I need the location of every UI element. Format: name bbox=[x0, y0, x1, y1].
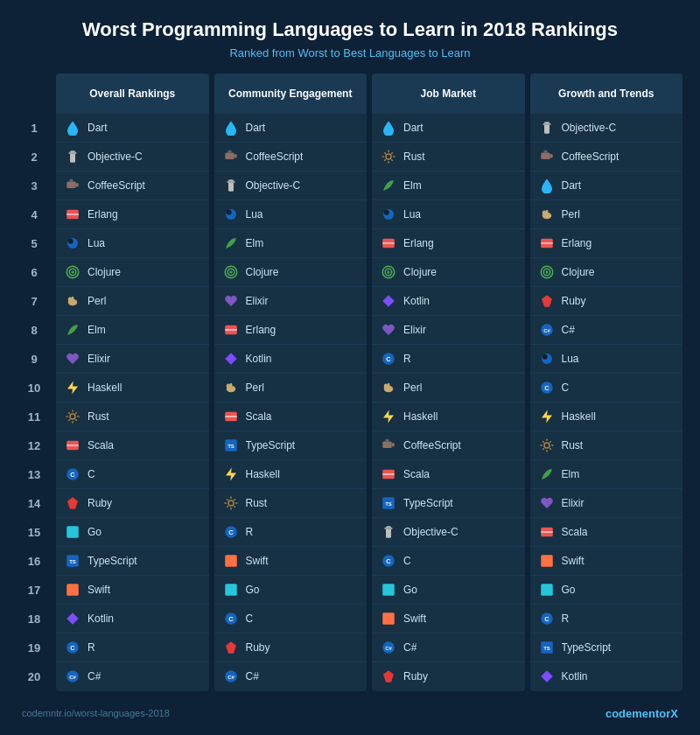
lang-name: Dart bbox=[246, 122, 266, 134]
lang-name: TypeScript bbox=[88, 555, 137, 567]
svg-text:C: C bbox=[70, 644, 75, 652]
scala-icon bbox=[379, 465, 398, 484]
lang-name: TypeScript bbox=[246, 439, 296, 452]
lang-name: Lua bbox=[246, 208, 263, 220]
svg-point-52 bbox=[228, 500, 234, 506]
elm-icon bbox=[221, 234, 241, 253]
svg-marker-92 bbox=[383, 670, 394, 682]
lang-name: C bbox=[403, 555, 411, 567]
svg-text:TS: TS bbox=[228, 444, 234, 449]
coffeescript-icon bbox=[537, 147, 556, 166]
coffeescript-icon bbox=[221, 147, 241, 166]
svg-marker-76 bbox=[383, 410, 394, 423]
objectivec-icon bbox=[379, 522, 398, 542]
svg-text:C: C bbox=[544, 615, 550, 623]
svg-point-11 bbox=[72, 270, 74, 273]
svg-rect-25 bbox=[66, 584, 79, 596]
lang-name: Kotlin bbox=[562, 670, 588, 682]
subtitle: Ranked from Worst to Best Languages to L… bbox=[18, 46, 682, 60]
svg-marker-43 bbox=[225, 353, 237, 365]
lang-name: Rust bbox=[562, 439, 584, 452]
lang-name: Ruby bbox=[403, 670, 428, 682]
lang-name: R bbox=[403, 353, 411, 365]
c-icon: C bbox=[537, 378, 556, 397]
clojure-icon bbox=[537, 262, 556, 282]
lang-name: Perl bbox=[562, 208, 580, 220]
table-row: CR bbox=[56, 634, 209, 662]
haskell-icon bbox=[63, 378, 82, 397]
svg-point-33 bbox=[228, 150, 232, 152]
svg-text:C: C bbox=[386, 557, 391, 565]
c-icon: C# bbox=[221, 667, 241, 686]
table-row: Objective-C bbox=[214, 172, 368, 200]
table-row: Swift bbox=[214, 547, 368, 576]
row-number-9: 9 bbox=[18, 345, 51, 374]
svg-point-69 bbox=[388, 270, 390, 273]
footer-brand: codementorX bbox=[606, 707, 678, 720]
lang-name: Dart bbox=[88, 122, 108, 134]
svg-marker-15 bbox=[67, 381, 78, 394]
svg-marker-70 bbox=[382, 295, 395, 307]
svg-text:C#: C# bbox=[385, 646, 392, 651]
table-row: Dart bbox=[56, 114, 209, 143]
table-row: Go bbox=[530, 576, 683, 605]
table-row: Scala bbox=[530, 518, 683, 547]
table-row: Ruby bbox=[372, 662, 525, 691]
footer-url: codemntr.io/worst-languages-2018 bbox=[22, 708, 170, 718]
table-row: CR bbox=[530, 605, 683, 634]
perl-icon bbox=[63, 291, 82, 311]
table-row: Elm bbox=[372, 172, 525, 200]
lang-name: Scala bbox=[246, 410, 272, 423]
col-body-0: DartObjective-CCoffeeScriptErlangLuaCloj… bbox=[56, 114, 209, 691]
table-row: Rust bbox=[530, 431, 683, 460]
svg-marker-123 bbox=[541, 670, 553, 682]
svg-point-40 bbox=[229, 270, 232, 273]
clojure-icon bbox=[379, 262, 398, 282]
table-row: C#C# bbox=[56, 662, 209, 691]
lang-name: C bbox=[562, 382, 570, 394]
table-row: Ruby bbox=[214, 634, 368, 662]
svg-marker-59 bbox=[226, 641, 236, 654]
r-icon: C bbox=[221, 522, 241, 542]
lang-name: Clojure bbox=[403, 266, 437, 278]
table-row: Clojure bbox=[214, 258, 368, 287]
table-row: Erlang bbox=[56, 200, 209, 229]
svg-marker-106 bbox=[542, 295, 552, 307]
lang-name: TypeScript bbox=[403, 497, 453, 509]
row-number-6: 6 bbox=[18, 258, 51, 287]
svg-rect-88 bbox=[382, 584, 395, 596]
erlang-icon bbox=[63, 205, 82, 224]
haskell-icon bbox=[537, 407, 556, 426]
table-row: TSTypeScript bbox=[56, 547, 209, 576]
svg-point-97 bbox=[543, 150, 548, 152]
elixir-icon bbox=[63, 349, 82, 368]
table-row: CoffeeScript bbox=[530, 143, 683, 172]
lang-name: Lua bbox=[88, 237, 105, 249]
svg-text:C#: C# bbox=[543, 328, 550, 333]
rust-icon bbox=[63, 407, 82, 426]
svg-point-114 bbox=[544, 443, 550, 448]
elixir-icon bbox=[537, 494, 556, 513]
svg-rect-1 bbox=[69, 151, 77, 153]
overall-col: Overall RankingsDartObjective-CCoffeeScr… bbox=[56, 74, 209, 691]
table-row: Lua bbox=[372, 200, 525, 229]
ruby-icon bbox=[379, 667, 398, 686]
table-row: Rust bbox=[372, 143, 525, 172]
typescript-icon: TS bbox=[63, 551, 82, 570]
table-row: Perl bbox=[214, 374, 368, 402]
typescript-icon: TS bbox=[221, 436, 241, 455]
table-row: Objective-C bbox=[372, 518, 525, 547]
lang-name: Go bbox=[246, 584, 260, 596]
elm-icon bbox=[537, 465, 556, 484]
go-icon bbox=[379, 580, 398, 599]
table-row: Swift bbox=[372, 605, 525, 634]
row-number-12: 12 bbox=[18, 431, 51, 460]
scala-icon bbox=[537, 522, 556, 542]
lang-name: Rust bbox=[403, 150, 425, 163]
svg-rect-89 bbox=[382, 612, 395, 625]
lang-name: Rust bbox=[88, 410, 109, 423]
growth-col: Growth and TrendsObjective-CCoffeeScript… bbox=[530, 74, 683, 691]
table-row: Lua bbox=[530, 345, 683, 374]
row-number-14: 14 bbox=[18, 489, 51, 518]
table-row: Lua bbox=[214, 200, 368, 229]
